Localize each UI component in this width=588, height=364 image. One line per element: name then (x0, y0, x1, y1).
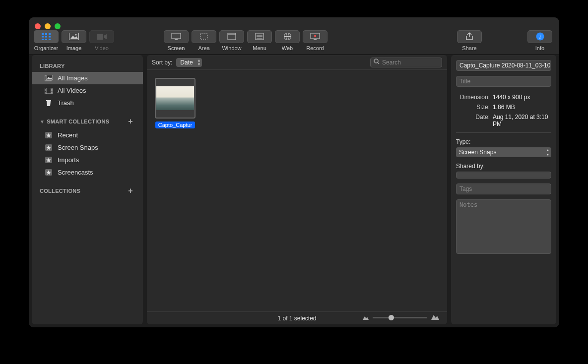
sidebar-item-label: Screen Snaps (58, 144, 98, 151)
sidebar-item-label: Imports (58, 156, 79, 164)
app-window: Organizer Image Video (29, 17, 559, 327)
svg-marker-13 (104, 34, 107, 39)
svg-text:i: i (539, 33, 540, 40)
selection-count: 1 of 1 selected (277, 315, 316, 322)
svg-rect-8 (49, 39, 51, 40)
main-toolbar: Organizer Image Video (29, 17, 559, 55)
thumbnail-gallery: Capto_Captur (147, 70, 447, 311)
menu-capture-button[interactable]: Menu (247, 30, 272, 51)
image-button[interactable]: Image (62, 30, 86, 51)
date-row: Date: Aug 11, 2020 at 3:10 PM (456, 114, 551, 127)
svg-point-27 (314, 35, 316, 37)
main-toolbar-row: Sort by: Date ▴▾ (147, 55, 447, 70)
zoom-knob[interactable] (389, 315, 394, 320)
search-box[interactable] (370, 58, 442, 67)
window-traffic-lights (35, 23, 61, 29)
thumbnail-item[interactable]: Capto_Captur (155, 78, 196, 128)
zoom-in-icon (431, 314, 439, 321)
title-input[interactable] (456, 76, 551, 87)
zoom-slider[interactable] (363, 314, 439, 321)
svg-rect-1 (45, 33, 47, 35)
filename-field[interactable]: Capto_Capture 2020-08-11_03-10-10 (456, 60, 551, 71)
video-label: Video (95, 45, 109, 51)
image-icon (69, 33, 79, 40)
record-icon (310, 33, 320, 40)
fullscreen-window-button[interactable] (55, 23, 61, 29)
svg-rect-7 (45, 39, 47, 40)
svg-rect-32 (46, 75, 53, 80)
search-input[interactable] (382, 59, 447, 66)
window-capture-button[interactable]: Window (219, 30, 244, 51)
zoom-track[interactable] (373, 317, 427, 318)
sidebar-item-label: Trash (58, 99, 74, 107)
chevron-updown-icon: ▴▾ (547, 148, 549, 157)
sidebar-item-screen-snaps[interactable]: Screen Snaps (32, 141, 143, 154)
sidebar-item-recent[interactable]: Recent (32, 129, 143, 141)
collection-icon (45, 157, 53, 164)
sort-by-select[interactable]: Date ▴▾ (176, 58, 201, 67)
collections-header[interactable]: COLLECTIONS + (32, 183, 143, 198)
sort-by-label: Sort by: (152, 59, 172, 66)
screen-icon (171, 33, 181, 40)
sidebar-item-trash[interactable]: Trash (32, 97, 143, 109)
svg-line-53 (378, 62, 379, 64)
add-collection-button[interactable]: + (126, 186, 135, 195)
divider (456, 132, 551, 133)
svg-rect-2 (49, 33, 51, 35)
sidebar: LIBRARY All Images All Videos Trash (32, 55, 143, 324)
library-header: LIBRARY (32, 60, 143, 72)
organizer-button[interactable]: Organizer (34, 30, 59, 51)
svg-rect-5 (49, 36, 51, 37)
web-button[interactable]: Web (275, 30, 300, 51)
screen-button[interactable]: Screen (164, 30, 189, 51)
chevron-updown-icon: ▴▾ (198, 59, 200, 66)
sidebar-item-label: Screencasts (58, 169, 93, 176)
smart-collections-header[interactable]: ▼SMART COLLECTIONS + (32, 114, 143, 129)
sidebar-item-all-videos[interactable]: All Videos (32, 84, 143, 97)
web-label: Web (282, 45, 293, 51)
svg-rect-4 (45, 36, 47, 37)
type-select[interactable]: Screen Snaps ▴▾ (456, 147, 551, 157)
grid-icon (42, 33, 51, 40)
share-icon (465, 32, 473, 41)
search-icon (374, 59, 380, 66)
main-panel: Sort by: Date ▴▾ Capto_Captur (147, 55, 447, 324)
collection-icon (45, 132, 53, 139)
svg-rect-0 (42, 33, 44, 35)
collection-icon (45, 144, 53, 151)
svg-rect-16 (200, 34, 207, 39)
film-icon (45, 87, 53, 94)
sidebar-item-label: Recent (58, 131, 78, 139)
sidebar-item-imports[interactable]: Imports (32, 154, 143, 166)
thumbnail-box (155, 78, 196, 119)
record-button[interactable]: Record (303, 30, 327, 51)
record-label: Record (306, 45, 324, 51)
video-button: Video (89, 30, 114, 51)
trash-icon (45, 100, 53, 107)
share-button[interactable]: Share (457, 30, 482, 51)
area-icon (199, 33, 208, 40)
minimize-window-button[interactable] (45, 23, 51, 29)
sharedby-value (456, 172, 551, 179)
sidebar-item-screencasts[interactable]: Screencasts (32, 166, 143, 179)
add-smart-collection-button[interactable]: + (126, 117, 135, 126)
share-label: Share (462, 45, 476, 51)
area-button[interactable]: Area (192, 30, 216, 51)
sidebar-item-all-images[interactable]: All Images (32, 72, 143, 84)
svg-marker-55 (431, 315, 439, 320)
window-icon (227, 33, 236, 40)
svg-point-11 (75, 34, 77, 36)
svg-marker-54 (363, 316, 369, 320)
info-panel: Capto_Capture 2020-08-11_03-10-10 Dimens… (451, 55, 556, 324)
menu-icon (255, 33, 264, 40)
sidebar-item-label: All Videos (58, 87, 86, 94)
tags-input[interactable] (456, 183, 551, 194)
window-label: Window (222, 45, 241, 51)
zoom-out-icon (363, 314, 369, 321)
close-window-button[interactable] (35, 23, 41, 29)
info-button[interactable]: i Info (527, 30, 552, 51)
svg-rect-17 (228, 33, 236, 40)
video-icon (97, 33, 107, 40)
type-label: Type: (456, 138, 470, 145)
notes-input[interactable] (456, 199, 551, 254)
